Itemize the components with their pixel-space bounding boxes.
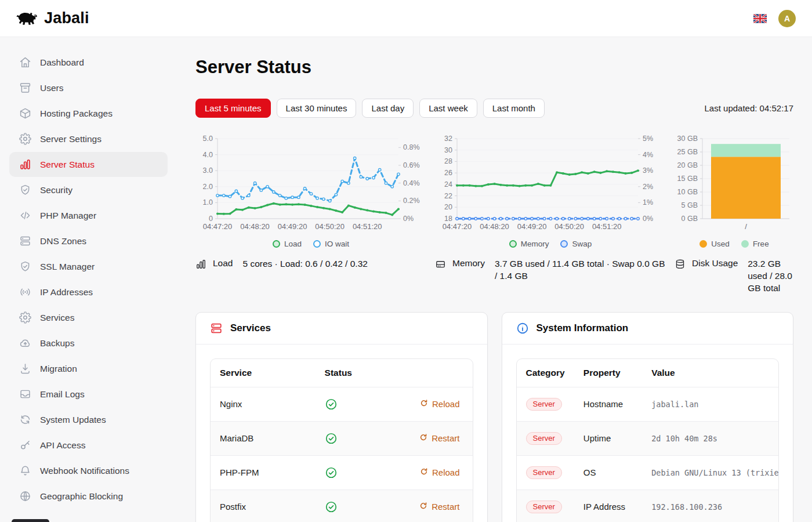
sidebar-item-hosting-packages[interactable]: Hosting Packages xyxy=(9,101,168,126)
sidebar-item-security[interactable]: Security xyxy=(9,177,168,202)
page-title: Server Status xyxy=(195,57,793,78)
sidebar-item-webhook-notifications[interactable]: Webhook Notifications xyxy=(9,458,168,483)
disk-chart-legend: Used Free xyxy=(675,240,794,248)
sidebar-item-server-status[interactable]: Server Status xyxy=(9,152,168,177)
sysinfo-row-ip-address: Server IP Address 192.168.100.236 xyxy=(517,490,779,522)
sidebar-item-label: SSL Manager xyxy=(40,262,95,272)
sidebar-item-ip-addresses[interactable]: IP Addresses xyxy=(9,280,168,304)
sidebar-item-php-manager[interactable]: PHP Manager xyxy=(9,203,168,228)
sidebar-item-geographic-blocking[interactable]: Geographic Blocking xyxy=(9,484,168,509)
filter-last-month[interactable]: Last month xyxy=(483,99,545,118)
svg-text:25 GB: 25 GB xyxy=(677,148,698,156)
svg-text:4%: 4% xyxy=(643,151,653,159)
stat-label: Disk Usage xyxy=(692,258,738,269)
refresh-icon xyxy=(420,467,428,477)
property-name: IP Address xyxy=(574,490,642,522)
time-filter-row: Last 5 minutesLast 30 minutesLast dayLas… xyxy=(195,99,793,118)
sidebar-item-server-settings[interactable]: Server Settings xyxy=(9,126,168,151)
last-updated: Last updated: 04:52:17 xyxy=(705,103,793,113)
svg-text:0 GB: 0 GB xyxy=(682,215,698,223)
reload-nginx-button[interactable]: Reload xyxy=(420,399,460,409)
sidebar-item-label: Webhook Notifications xyxy=(40,466,129,476)
legend-free[interactable]: Free xyxy=(741,240,769,248)
svg-text:04:48:20: 04:48:20 xyxy=(240,222,270,231)
sidebar-footer-button[interactable] xyxy=(12,519,49,522)
refresh-icon xyxy=(419,502,427,512)
sysinfo-row-hostname: Server Hostname jabali.lan xyxy=(517,387,779,421)
brand-name: Jabali xyxy=(44,9,89,27)
hard-drive-icon xyxy=(435,259,446,270)
load-stat: Load 5 cores · Load: 0.6 / 0.42 / 0.32 xyxy=(195,258,426,270)
svg-text:5%: 5% xyxy=(643,135,653,143)
info-icon xyxy=(516,322,529,335)
sidebar-item-label: IP Addresses xyxy=(40,287,93,298)
svg-text:3%: 3% xyxy=(643,166,653,175)
sidebar-item-services[interactable]: Services xyxy=(9,305,168,330)
sidebar-item-system-updates[interactable]: System Updates xyxy=(9,407,168,432)
filter-last-30-minutes[interactable]: Last 30 minutes xyxy=(277,99,357,118)
reload-php-fpm-button[interactable]: Reload xyxy=(420,467,460,477)
col-status: Status xyxy=(316,359,394,387)
archive-icon xyxy=(19,82,31,94)
filter-last-week[interactable]: Last week xyxy=(419,99,477,118)
cards-row: Services Service Status Nginx Reload Mar… xyxy=(195,312,793,522)
svg-text:04:49:20: 04:49:20 xyxy=(517,222,547,231)
status-ok-icon xyxy=(325,466,385,479)
property-name: OS xyxy=(574,455,642,490)
category-badge: Server xyxy=(526,432,562,445)
stat-bars-icon xyxy=(195,259,206,270)
svg-text:0%: 0% xyxy=(403,215,414,223)
sidebar-item-users[interactable]: Users xyxy=(9,75,168,100)
memory-chart-block: 18202224262830320%1%2%3%4%5%04:47:2004:4… xyxy=(435,134,666,295)
svg-text:0.2%: 0.2% xyxy=(403,197,420,205)
sidebar-item-migration[interactable]: Migration xyxy=(9,356,168,381)
sidebar-item-api-access[interactable]: API Access xyxy=(9,433,168,458)
svg-text:32: 32 xyxy=(444,135,452,143)
bell-icon xyxy=(19,465,31,477)
sidebar-item-label: Dashboard xyxy=(40,57,84,68)
disk-stat: Disk Usage 23.2 GB used / 28.0 GB total xyxy=(675,258,794,295)
brand[interactable]: Jabali xyxy=(12,9,89,28)
sidebar-item-email-logs[interactable]: Email Logs xyxy=(9,382,168,407)
col-property: Property xyxy=(574,359,642,387)
status-ok-icon xyxy=(325,398,385,411)
legend-used-dot xyxy=(699,240,707,248)
user-avatar[interactable]: A xyxy=(778,10,796,27)
sysinfo-row-uptime: Server Uptime 2d 10h 40m 28s xyxy=(517,421,779,455)
sidebar-item-backups[interactable]: Backups xyxy=(9,331,168,356)
stat-value: 5 cores · Load: 0.6 / 0.42 / 0.32 xyxy=(242,258,367,270)
code-icon xyxy=(19,209,31,222)
restart-mariadb-button[interactable]: Restart xyxy=(419,433,459,443)
legend-used[interactable]: Used xyxy=(699,240,730,248)
svg-text:0.6%: 0.6% xyxy=(403,161,420,169)
svg-text:04:51:20: 04:51:20 xyxy=(592,222,622,231)
sidebar-item-dns-zones[interactable]: DNS Zones xyxy=(9,229,168,253)
service-name: Postfix xyxy=(211,490,316,522)
service-name: Nginx xyxy=(211,387,316,421)
svg-text:30: 30 xyxy=(444,146,452,154)
legend-load[interactable]: Load xyxy=(273,240,302,248)
broadcast-icon xyxy=(19,286,31,298)
services-card: Services Service Status Nginx Reload Mar… xyxy=(195,312,488,522)
key-icon xyxy=(19,439,31,451)
property-value: 192.168.100.236 xyxy=(642,490,778,522)
sidebar-item-label: Migration xyxy=(40,364,77,374)
svg-text:04:47:20: 04:47:20 xyxy=(443,222,472,231)
sidebar-item-ssl-manager[interactable]: SSL Manager xyxy=(9,254,168,279)
load-chart-block: 01.02.03.04.05.00%0.2%0.4%0.6%0.8%04:47:… xyxy=(195,134,426,295)
disk-chart-block: 0 GB5 GB10 GB15 GB20 GB25 GB30 GB/ Used … xyxy=(675,134,794,295)
status-ok-icon xyxy=(325,501,385,513)
svg-text:04:50:20: 04:50:20 xyxy=(554,222,584,231)
property-value: jabali.lan xyxy=(642,387,778,421)
sidebar-item-dashboard[interactable]: Dashboard xyxy=(9,50,168,75)
service-row-mariadb: MariaDB Restart xyxy=(211,421,473,455)
language-flag-icon[interactable] xyxy=(753,14,767,23)
legend-swap[interactable]: Swap xyxy=(560,240,592,248)
legend-io-wait[interactable]: IO wait xyxy=(313,240,349,248)
filter-last-5-minutes[interactable]: Last 5 minutes xyxy=(195,99,271,118)
load-chart-legend: Load IO wait xyxy=(195,240,426,248)
legend-memory[interactable]: Memory xyxy=(509,240,549,248)
restart-postfix-button[interactable]: Restart xyxy=(419,502,459,512)
memory-stat: Memory 3.7 GB used / 11.4 GB total · Swa… xyxy=(435,258,666,282)
filter-last-day[interactable]: Last day xyxy=(362,99,414,118)
